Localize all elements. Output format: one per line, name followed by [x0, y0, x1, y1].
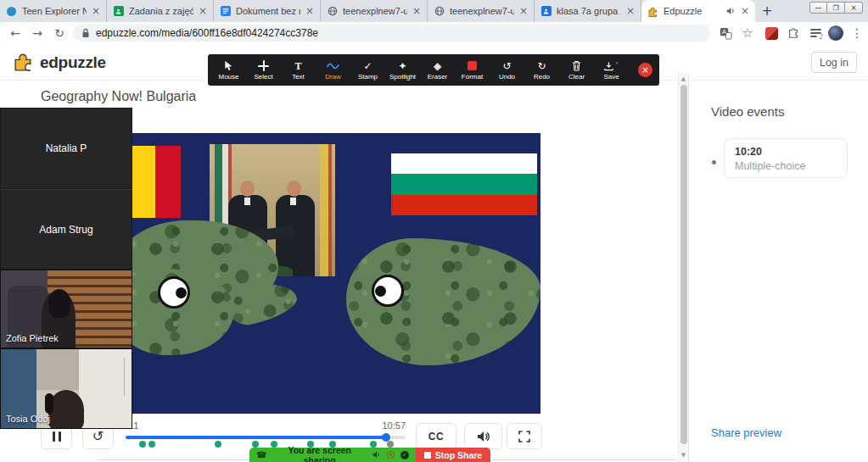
lock-icon — [81, 28, 90, 38]
participant-natalia[interactable]: Natalia P — [0, 108, 132, 189]
format-color-icon — [468, 59, 477, 72]
person-head — [48, 390, 84, 429]
scrollbar-thumb[interactable] — [680, 85, 687, 444]
extensions-puzzle-icon[interactable] — [785, 25, 802, 42]
tab-teenexplnew-2[interactable]: teenexplnew7-u4-s × — [428, 0, 535, 22]
tool-save[interactable]: ˅ Save — [594, 59, 629, 81]
globe-icon — [327, 6, 338, 17]
new-tab-button[interactable]: + — [755, 0, 779, 22]
reading-list-icon[interactable]: ♪ — [807, 25, 824, 42]
timeline-marker[interactable] — [252, 441, 259, 448]
fullscreen-button[interactable] — [507, 423, 542, 449]
browser-menu-icon[interactable]: ⋮ — [848, 25, 865, 42]
restore-button[interactable]: ❐ — [827, 2, 845, 14]
login-button[interactable]: Log in — [811, 52, 857, 73]
share-audio-icon[interactable] — [372, 451, 381, 459]
profile-avatar[interactable] — [827, 25, 844, 42]
tab-teen-explorer[interactable]: Teen Explorer New × — [0, 0, 107, 22]
annotation-close-button[interactable]: × — [638, 63, 652, 77]
captions-button[interactable]: CC — [416, 423, 456, 449]
tool-stamp[interactable]: ✓ Stamp — [350, 59, 385, 81]
forward-button[interactable]: → — [29, 25, 46, 42]
recording-icon[interactable] — [387, 451, 395, 459]
timeline-marker[interactable] — [387, 441, 394, 448]
close-window-button[interactable]: × — [845, 2, 863, 14]
tab-close-icon[interactable]: × — [626, 6, 635, 16]
timeline-marker[interactable] — [139, 441, 146, 448]
browser-toolbar: ← → ↻ edpuzzle.com/media/600ff16e8df0424… — [0, 22, 868, 44]
share-preview-link[interactable]: Share preview — [711, 426, 781, 439]
tab-close-icon[interactable]: × — [412, 6, 421, 16]
tab-classroom[interactable]: Zadania z zajęć klas × — [107, 0, 214, 22]
back-button[interactable]: ← — [7, 25, 24, 42]
extension-icon[interactable] — [763, 25, 780, 42]
timeline-marker[interactable] — [148, 441, 155, 448]
timeline-marker[interactable] — [215, 441, 221, 448]
tool-mouse[interactable]: Mouse — [211, 59, 246, 81]
romania-flag — [127, 146, 181, 218]
tab-label: Edpuzzle — [664, 6, 721, 16]
text-icon: T — [294, 59, 301, 72]
fullscreen-icon — [518, 431, 530, 443]
tab-audio-icon[interactable] — [726, 7, 736, 15]
address-bar[interactable]: edpuzzle.com/media/600ff16e8df0424274cc3… — [73, 25, 711, 42]
tool-spotlight[interactable]: ✦ Spotlight — [385, 59, 420, 81]
tab-edpuzzle-active[interactable]: Edpuzzle × — [641, 0, 755, 22]
participant-name: Zofia Pietrek — [6, 333, 59, 343]
stop-share-button[interactable]: Stop Share — [416, 448, 490, 462]
tab-teenexplnew-1[interactable]: teenexplnew7-u4-s × — [321, 0, 428, 22]
tab-docs[interactable]: Dokument bez nazw × — [214, 0, 321, 22]
scroll-up-icon[interactable]: ▲ — [679, 75, 688, 82]
site-favicon — [6, 6, 17, 17]
participant-adam[interactable]: Adam Strug — [0, 189, 132, 270]
cabinet-line — [124, 358, 125, 396]
tool-redo[interactable]: ↻ Redo — [524, 59, 559, 81]
phone-icon[interactable]: ☎ — [256, 451, 266, 459]
scroll-down-icon[interactable]: ▼ — [679, 452, 688, 459]
tab-close-icon[interactable]: × — [199, 6, 207, 16]
tab-close-icon[interactable]: × — [92, 6, 100, 16]
timeline-marker[interactable] — [370, 441, 377, 448]
stop-square-icon — [424, 452, 431, 459]
docs-icon — [220, 6, 231, 17]
browser-tab-strip: Teen Explorer New × Zadania z zajęć klas… — [0, 0, 868, 22]
minimize-button[interactable]: — — [809, 2, 827, 14]
tool-undo[interactable]: ↺ Undo — [490, 59, 524, 81]
duration: 10:57 — [365, 420, 406, 431]
reload-button[interactable]: ↻ — [51, 25, 68, 42]
tool-select[interactable]: Select — [246, 59, 281, 81]
person-head — [48, 289, 70, 318]
participant-tosia-video[interactable]: Tosia Odoj — [0, 348, 132, 429]
tool-text[interactable]: T Text — [281, 59, 316, 81]
tab-meet-klasa[interactable]: klasa 7a grupa 2 - j × — [535, 0, 641, 22]
tool-format[interactable]: Format — [455, 59, 490, 81]
tab-close-icon[interactable]: × — [741, 6, 749, 16]
tab-close-icon[interactable]: × — [519, 6, 528, 16]
translate-icon[interactable]: A — [717, 25, 734, 42]
edpuzzle-wordmark: edpuzzle — [40, 53, 106, 72]
vertical-scrollbar[interactable]: ▲ ▼ — [678, 73, 689, 462]
tab-close-icon[interactable]: × — [305, 6, 314, 16]
meet-person-icon — [540, 6, 552, 17]
tool-eraser[interactable]: ◆ Eraser — [420, 59, 455, 81]
draw-squiggle-icon — [327, 59, 339, 72]
progress-bar[interactable] — [126, 436, 406, 439]
check-icon: ✓ — [363, 59, 372, 72]
shield-check-icon[interactable]: ✓ — [400, 451, 409, 459]
globe-icon — [434, 6, 445, 17]
tool-draw[interactable]: Draw — [316, 59, 350, 81]
trash-icon — [572, 59, 581, 72]
video-player[interactable] — [127, 133, 540, 414]
edpuzzle-logo[interactable]: edpuzzle — [12, 51, 106, 74]
share-status-section: ☎ You are screen sharing ✓ — [249, 448, 416, 462]
window-controls: — ❐ × — [809, 2, 863, 14]
bookmark-star-icon[interactable]: ☆ — [739, 25, 756, 42]
participant-zofia-video[interactable]: Zofia Pietrek — [0, 270, 132, 348]
classroom-icon — [113, 6, 124, 17]
tool-clear[interactable]: Clear — [559, 59, 594, 81]
volume-button[interactable] — [464, 423, 502, 449]
participant-name: Tosia Odoj — [6, 414, 50, 424]
event-card[interactable]: 10:20 Multiple-choice — [724, 138, 848, 178]
tab-label: Teen Explorer New — [22, 6, 87, 16]
event-time: 10:20 — [735, 146, 837, 158]
